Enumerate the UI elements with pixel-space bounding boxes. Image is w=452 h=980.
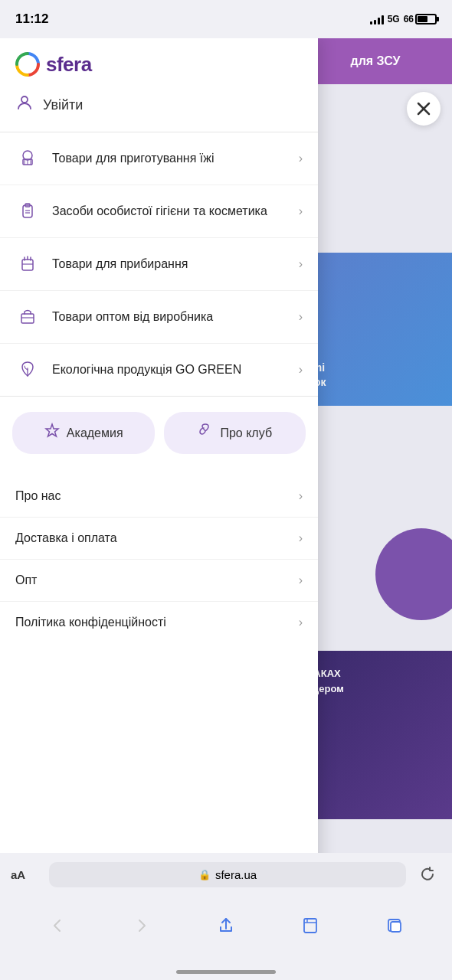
forward-button[interactable]	[125, 909, 159, 942]
bottom-nav	[0, 896, 452, 956]
page-wrapper: для ЗСУ аmі Бок ПАКAX йдером	[0, 38, 452, 942]
browser-url-text: sfera.ua	[215, 868, 257, 881]
chevron-right-icon-5: ›	[299, 363, 303, 377]
bg-banner-top: для ЗСУ	[299, 38, 452, 84]
category-item-wholesale[interactable]: Товари оптом від виробника ›	[0, 291, 318, 344]
lock-icon: 🔒	[198, 869, 211, 880]
academy-label: Академия	[67, 426, 123, 440]
svg-rect-15	[21, 314, 34, 323]
bg-blue-block: аmі Бок	[299, 253, 452, 406]
home-indicator	[176, 970, 276, 974]
sidebar: sfera Увійти	[0, 38, 318, 942]
star-icon	[44, 423, 61, 443]
battery-icon	[415, 14, 437, 24]
nav-links: Про нас › Доставка і оплата › Опт › Полі…	[0, 469, 318, 649]
club-label: Про клуб	[220, 426, 272, 440]
nav-item-opt[interactable]: Опт ›	[0, 560, 318, 602]
close-button[interactable]	[407, 92, 441, 126]
nav-item-about[interactable]: Про нас ›	[0, 475, 318, 518]
status-time: 11:12	[15, 11, 48, 27]
svg-rect-17	[304, 919, 316, 933]
login-row[interactable]: Увійти	[0, 84, 318, 132]
tabs-button[interactable]	[378, 909, 411, 942]
nav-item-privacy[interactable]: Політика конфіденційності ›	[0, 602, 318, 643]
category-list: Товари для приготування їжі › Засоби осо…	[0, 132, 318, 397]
logo-text: sfera	[46, 53, 92, 77]
chevron-right-opt: ›	[299, 573, 303, 587]
eco-icon	[15, 358, 40, 382]
logo-icon	[15, 52, 40, 77]
chevron-right-privacy: ›	[299, 616, 303, 629]
cleaning-icon	[15, 252, 40, 276]
hygiene-icon	[15, 199, 40, 224]
nav-label-opt: Опт	[15, 573, 299, 587]
login-label: Увійти	[43, 97, 83, 113]
close-icon	[417, 102, 431, 116]
chevron-right-icon-3: ›	[299, 257, 303, 271]
bg-purple-circle	[375, 528, 452, 620]
category-item-hygiene[interactable]: Засоби особистої гігієни та косметика ›	[0, 185, 318, 238]
action-buttons-row: Академия Про клуб	[0, 397, 318, 469]
nav-label-about: Про нас	[15, 489, 299, 503]
back-button[interactable]	[41, 909, 74, 942]
share-button[interactable]	[209, 909, 243, 942]
category-item-eco[interactable]: Екологічна продукція GO GREEN ›	[0, 344, 318, 397]
category-label-eco: Екологічна продукція GO GREEN	[52, 362, 287, 378]
refresh-button[interactable]	[414, 861, 441, 888]
wholesale-icon	[15, 305, 40, 329]
category-label-cleaning: Товари для прибирання	[52, 256, 287, 273]
category-label-wholesale: Товари оптом від виробника	[52, 309, 287, 325]
nav-item-delivery[interactable]: Доставка і оплата ›	[0, 518, 318, 560]
status-icons: 5G 66	[370, 14, 437, 24]
chevron-right-icon: ›	[299, 152, 303, 165]
network-type: 5G	[388, 14, 400, 24]
browser-aa-button[interactable]: aA	[11, 868, 41, 881]
category-label-hygiene: Засоби особистої гігієни та косметика	[52, 204, 287, 220]
nav-label-privacy: Політика конфіденційності	[15, 616, 299, 629]
chevron-right-delivery: ›	[299, 531, 303, 545]
spiral-icon	[197, 423, 214, 443]
nav-label-delivery: Доставка і оплата	[15, 531, 299, 545]
category-item-cooking[interactable]: Товари для приготування їжі ›	[0, 132, 318, 185]
bg-banner-text: для ЗСУ	[350, 54, 400, 68]
svg-rect-21	[391, 922, 401, 932]
bg-dark-block: ПАКAX йдером	[299, 651, 452, 819]
battery-container: 66	[404, 14, 437, 24]
chevron-right-icon-2: ›	[299, 204, 303, 218]
category-label-cooking: Товари для приготування їжі	[52, 151, 287, 167]
battery-percent: 66	[404, 14, 414, 24]
svg-rect-13	[22, 260, 33, 270]
signal-bars-icon	[370, 14, 384, 24]
browser-bar: aA 🔒 sfera.ua	[0, 853, 452, 896]
bg-page: для ЗСУ аmі Бок ПАКAX йдером	[299, 38, 452, 942]
category-item-cleaning[interactable]: Товари для прибирання ›	[0, 238, 318, 291]
browser-url-bar[interactable]: 🔒 sfera.ua	[49, 862, 406, 887]
svg-point-3	[21, 96, 28, 103]
chevron-right-about: ›	[299, 489, 303, 503]
sidebar-header: sfera	[0, 38, 318, 84]
club-button[interactable]: Про клуб	[164, 412, 306, 454]
status-bar: 11:12 5G 66	[0, 0, 452, 38]
user-icon	[15, 93, 34, 116]
chevron-right-icon-4: ›	[299, 310, 303, 324]
bookmarks-button[interactable]	[293, 909, 327, 942]
chef-hat-icon	[15, 146, 40, 171]
academy-button[interactable]: Академия	[12, 412, 155, 454]
svg-point-4	[23, 151, 32, 160]
